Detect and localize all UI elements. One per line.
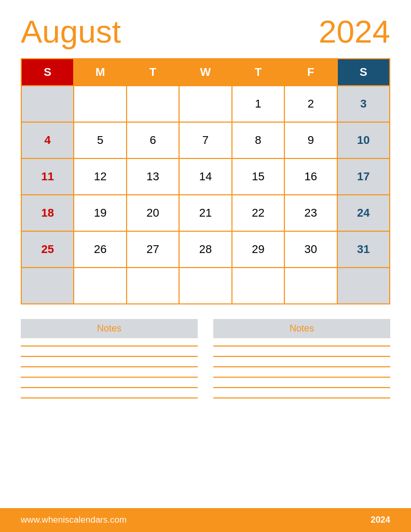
day-13: 13 [127,158,179,195]
header: August 2024 [21,16,390,48]
notes-header-left: Notes [21,319,198,338]
day-4: 4 [21,122,74,158]
day-empty [284,268,337,304]
notes-line [21,345,198,347]
week-row-5: 25 26 27 28 29 30 31 [21,231,390,268]
year-title: 2024 [319,16,390,48]
calendar-table: S M T W T F S 1 2 3 4 5 [21,58,390,304]
day-empty [127,268,179,304]
header-tuesday: T [127,59,179,86]
notes-line [213,366,390,367]
day-30: 30 [284,231,337,268]
day-23: 23 [284,195,337,231]
day-18: 18 [21,195,74,231]
calendar-page: August 2024 S M T W T F S 1 2 [0,0,411,532]
notes-block-right: Notes [213,319,390,398]
header-saturday: S [337,59,390,86]
day-8: 8 [232,122,284,158]
notes-header-right: Notes [213,319,390,338]
day-headers-row: S M T W T F S [21,59,390,86]
day-17: 17 [337,158,390,195]
day-19: 19 [74,195,126,231]
day-empty [127,86,179,122]
day-empty [179,268,231,304]
day-14: 14 [179,158,231,195]
day-empty [74,86,126,122]
day-11: 11 [21,158,74,195]
day-27: 27 [127,231,179,268]
notes-line [213,397,390,398]
header-sunday: S [21,59,74,86]
notes-lines-left [21,345,198,398]
month-title: August [21,16,121,48]
notes-line [213,356,390,357]
day-7: 7 [179,122,231,158]
day-28: 28 [179,231,231,268]
day-21: 21 [179,195,231,231]
day-empty [232,268,284,304]
notes-line [213,345,390,347]
notes-line [213,377,390,378]
day-1: 1 [232,86,284,122]
day-31: 31 [337,231,390,268]
header-wednesday: W [179,59,231,86]
notes-block-left: Notes [21,319,198,398]
footer: www.wheniscalendars.com 2024 [0,508,411,532]
day-29: 29 [232,231,284,268]
week-row-6 [21,268,390,304]
notes-lines-right [213,345,390,398]
day-5: 5 [74,122,126,158]
notes-line [21,387,198,388]
day-25: 25 [21,231,74,268]
day-20: 20 [127,195,179,231]
day-2: 2 [284,86,337,122]
header-friday: F [284,59,337,86]
notes-line [21,377,198,378]
notes-line [21,397,198,398]
week-row-3: 11 12 13 14 15 16 17 [21,158,390,195]
week-row-1: 1 2 3 [21,86,390,122]
notes-section: Notes Notes [21,319,390,398]
day-24: 24 [337,195,390,231]
day-6: 6 [127,122,179,158]
day-3: 3 [337,86,390,122]
header-thursday: T [232,59,284,86]
day-empty [74,268,126,304]
footer-year: 2024 [371,515,390,525]
day-12: 12 [74,158,126,195]
day-empty [179,86,231,122]
day-22: 22 [232,195,284,231]
day-10: 10 [337,122,390,158]
notes-line [21,366,198,367]
day-empty [21,268,74,304]
day-9: 9 [284,122,337,158]
notes-line [21,356,198,357]
day-empty [21,86,74,122]
notes-line [213,387,390,388]
day-26: 26 [74,231,126,268]
header-monday: M [74,59,126,86]
week-row-4: 18 19 20 21 22 23 24 [21,195,390,231]
day-16: 16 [284,158,337,195]
day-15: 15 [232,158,284,195]
week-row-2: 4 5 6 7 8 9 10 [21,122,390,158]
footer-website: www.wheniscalendars.com [21,515,127,525]
day-empty [337,268,390,304]
